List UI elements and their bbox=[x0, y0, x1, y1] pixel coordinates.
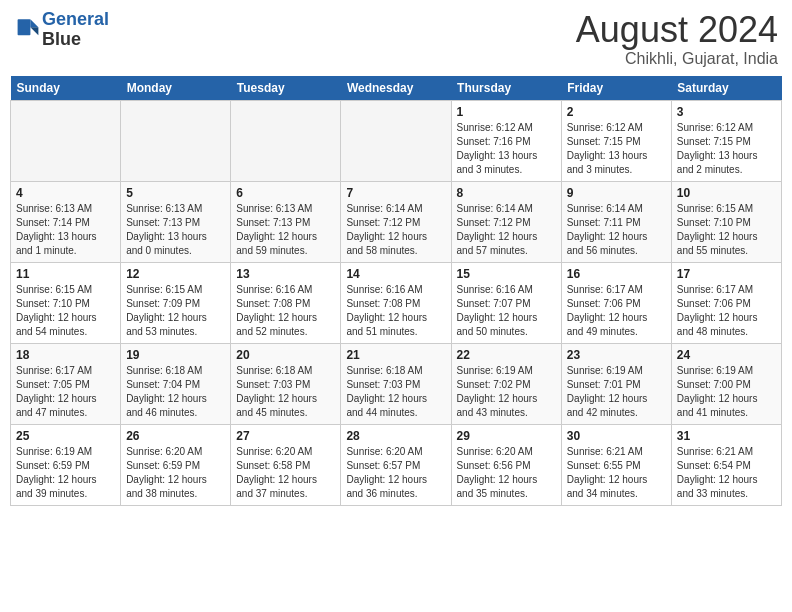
calendar-cell: 3Sunrise: 6:12 AMSunset: 7:15 PMDaylight… bbox=[671, 100, 781, 181]
day-number: 5 bbox=[126, 186, 225, 200]
day-number: 28 bbox=[346, 429, 445, 443]
calendar-cell: 19Sunrise: 6:18 AMSunset: 7:04 PMDayligh… bbox=[121, 343, 231, 424]
location: Chikhli, Gujarat, India bbox=[576, 50, 778, 68]
day-header-sunday: Sunday bbox=[11, 76, 121, 101]
day-info: Sunrise: 6:21 AMSunset: 6:55 PMDaylight:… bbox=[567, 445, 666, 501]
calendar-cell: 9Sunrise: 6:14 AMSunset: 7:11 PMDaylight… bbox=[561, 181, 671, 262]
day-info: Sunrise: 6:17 AMSunset: 7:05 PMDaylight:… bbox=[16, 364, 115, 420]
day-info: Sunrise: 6:15 AMSunset: 7:10 PMDaylight:… bbox=[16, 283, 115, 339]
day-number: 3 bbox=[677, 105, 776, 119]
day-number: 26 bbox=[126, 429, 225, 443]
day-number: 15 bbox=[457, 267, 556, 281]
day-number: 7 bbox=[346, 186, 445, 200]
day-info: Sunrise: 6:19 AMSunset: 7:02 PMDaylight:… bbox=[457, 364, 556, 420]
day-info: Sunrise: 6:20 AMSunset: 6:59 PMDaylight:… bbox=[126, 445, 225, 501]
calendar-cell bbox=[231, 100, 341, 181]
day-number: 31 bbox=[677, 429, 776, 443]
day-number: 22 bbox=[457, 348, 556, 362]
calendar-cell: 12Sunrise: 6:15 AMSunset: 7:09 PMDayligh… bbox=[121, 262, 231, 343]
logo-text: General Blue bbox=[42, 10, 109, 50]
week-row-4: 18Sunrise: 6:17 AMSunset: 7:05 PMDayligh… bbox=[11, 343, 782, 424]
day-header-friday: Friday bbox=[561, 76, 671, 101]
day-info: Sunrise: 6:14 AMSunset: 7:12 PMDaylight:… bbox=[457, 202, 556, 258]
logo-line2: Blue bbox=[42, 30, 109, 50]
calendar-cell: 26Sunrise: 6:20 AMSunset: 6:59 PMDayligh… bbox=[121, 424, 231, 505]
days-header-row: SundayMondayTuesdayWednesdayThursdayFrid… bbox=[11, 76, 782, 101]
day-number: 2 bbox=[567, 105, 666, 119]
day-info: Sunrise: 6:16 AMSunset: 7:08 PMDaylight:… bbox=[236, 283, 335, 339]
day-number: 18 bbox=[16, 348, 115, 362]
calendar-cell bbox=[341, 100, 451, 181]
day-number: 12 bbox=[126, 267, 225, 281]
calendar-cell bbox=[11, 100, 121, 181]
day-number: 27 bbox=[236, 429, 335, 443]
day-info: Sunrise: 6:14 AMSunset: 7:11 PMDaylight:… bbox=[567, 202, 666, 258]
calendar-cell: 6Sunrise: 6:13 AMSunset: 7:13 PMDaylight… bbox=[231, 181, 341, 262]
calendar-cell: 20Sunrise: 6:18 AMSunset: 7:03 PMDayligh… bbox=[231, 343, 341, 424]
calendar-cell: 4Sunrise: 6:13 AMSunset: 7:14 PMDaylight… bbox=[11, 181, 121, 262]
day-info: Sunrise: 6:17 AMSunset: 7:06 PMDaylight:… bbox=[677, 283, 776, 339]
day-header-wednesday: Wednesday bbox=[341, 76, 451, 101]
calendar-cell: 18Sunrise: 6:17 AMSunset: 7:05 PMDayligh… bbox=[11, 343, 121, 424]
day-info: Sunrise: 6:12 AMSunset: 7:15 PMDaylight:… bbox=[567, 121, 666, 177]
day-info: Sunrise: 6:12 AMSunset: 7:15 PMDaylight:… bbox=[677, 121, 776, 177]
day-number: 6 bbox=[236, 186, 335, 200]
week-row-1: 1Sunrise: 6:12 AMSunset: 7:16 PMDaylight… bbox=[11, 100, 782, 181]
day-info: Sunrise: 6:12 AMSunset: 7:16 PMDaylight:… bbox=[457, 121, 556, 177]
calendar-cell: 14Sunrise: 6:16 AMSunset: 7:08 PMDayligh… bbox=[341, 262, 451, 343]
day-info: Sunrise: 6:13 AMSunset: 7:13 PMDaylight:… bbox=[126, 202, 225, 258]
week-row-2: 4Sunrise: 6:13 AMSunset: 7:14 PMDaylight… bbox=[11, 181, 782, 262]
calendar-cell: 2Sunrise: 6:12 AMSunset: 7:15 PMDaylight… bbox=[561, 100, 671, 181]
calendar-cell: 22Sunrise: 6:19 AMSunset: 7:02 PMDayligh… bbox=[451, 343, 561, 424]
day-header-tuesday: Tuesday bbox=[231, 76, 341, 101]
week-row-3: 11Sunrise: 6:15 AMSunset: 7:10 PMDayligh… bbox=[11, 262, 782, 343]
day-info: Sunrise: 6:19 AMSunset: 7:01 PMDaylight:… bbox=[567, 364, 666, 420]
day-number: 8 bbox=[457, 186, 556, 200]
day-number: 30 bbox=[567, 429, 666, 443]
day-number: 10 bbox=[677, 186, 776, 200]
day-number: 17 bbox=[677, 267, 776, 281]
calendar-cell: 5Sunrise: 6:13 AMSunset: 7:13 PMDaylight… bbox=[121, 181, 231, 262]
calendar-cell: 30Sunrise: 6:21 AMSunset: 6:55 PMDayligh… bbox=[561, 424, 671, 505]
calendar-cell: 31Sunrise: 6:21 AMSunset: 6:54 PMDayligh… bbox=[671, 424, 781, 505]
calendar-cell: 23Sunrise: 6:19 AMSunset: 7:01 PMDayligh… bbox=[561, 343, 671, 424]
calendar-cell: 11Sunrise: 6:15 AMSunset: 7:10 PMDayligh… bbox=[11, 262, 121, 343]
calendar-cell: 7Sunrise: 6:14 AMSunset: 7:12 PMDaylight… bbox=[341, 181, 451, 262]
day-number: 16 bbox=[567, 267, 666, 281]
week-row-5: 25Sunrise: 6:19 AMSunset: 6:59 PMDayligh… bbox=[11, 424, 782, 505]
day-info: Sunrise: 6:15 AMSunset: 7:10 PMDaylight:… bbox=[677, 202, 776, 258]
calendar-cell: 27Sunrise: 6:20 AMSunset: 6:58 PMDayligh… bbox=[231, 424, 341, 505]
day-info: Sunrise: 6:15 AMSunset: 7:09 PMDaylight:… bbox=[126, 283, 225, 339]
day-info: Sunrise: 6:16 AMSunset: 7:07 PMDaylight:… bbox=[457, 283, 556, 339]
calendar-cell bbox=[121, 100, 231, 181]
day-info: Sunrise: 6:18 AMSunset: 7:03 PMDaylight:… bbox=[236, 364, 335, 420]
calendar-cell: 13Sunrise: 6:16 AMSunset: 7:08 PMDayligh… bbox=[231, 262, 341, 343]
svg-marker-0 bbox=[30, 19, 38, 27]
svg-marker-1 bbox=[30, 27, 38, 35]
calendar-cell: 10Sunrise: 6:15 AMSunset: 7:10 PMDayligh… bbox=[671, 181, 781, 262]
day-number: 9 bbox=[567, 186, 666, 200]
calendar-cell: 8Sunrise: 6:14 AMSunset: 7:12 PMDaylight… bbox=[451, 181, 561, 262]
day-number: 21 bbox=[346, 348, 445, 362]
calendar-cell: 15Sunrise: 6:16 AMSunset: 7:07 PMDayligh… bbox=[451, 262, 561, 343]
calendar-cell: 21Sunrise: 6:18 AMSunset: 7:03 PMDayligh… bbox=[341, 343, 451, 424]
calendar-cell: 29Sunrise: 6:20 AMSunset: 6:56 PMDayligh… bbox=[451, 424, 561, 505]
day-info: Sunrise: 6:18 AMSunset: 7:04 PMDaylight:… bbox=[126, 364, 225, 420]
day-number: 29 bbox=[457, 429, 556, 443]
day-info: Sunrise: 6:21 AMSunset: 6:54 PMDaylight:… bbox=[677, 445, 776, 501]
day-header-thursday: Thursday bbox=[451, 76, 561, 101]
day-number: 1 bbox=[457, 105, 556, 119]
logo: General Blue bbox=[14, 10, 109, 50]
day-info: Sunrise: 6:16 AMSunset: 7:08 PMDaylight:… bbox=[346, 283, 445, 339]
day-number: 19 bbox=[126, 348, 225, 362]
calendar-body: 1Sunrise: 6:12 AMSunset: 7:16 PMDaylight… bbox=[11, 100, 782, 505]
day-number: 14 bbox=[346, 267, 445, 281]
day-info: Sunrise: 6:19 AMSunset: 6:59 PMDaylight:… bbox=[16, 445, 115, 501]
svg-rect-2 bbox=[18, 19, 31, 35]
page-header: General Blue August 2024 Chikhli, Gujara… bbox=[10, 10, 782, 68]
day-info: Sunrise: 6:20 AMSunset: 6:56 PMDaylight:… bbox=[457, 445, 556, 501]
calendar-cell: 24Sunrise: 6:19 AMSunset: 7:00 PMDayligh… bbox=[671, 343, 781, 424]
day-number: 11 bbox=[16, 267, 115, 281]
day-number: 24 bbox=[677, 348, 776, 362]
logo-icon bbox=[16, 16, 40, 40]
